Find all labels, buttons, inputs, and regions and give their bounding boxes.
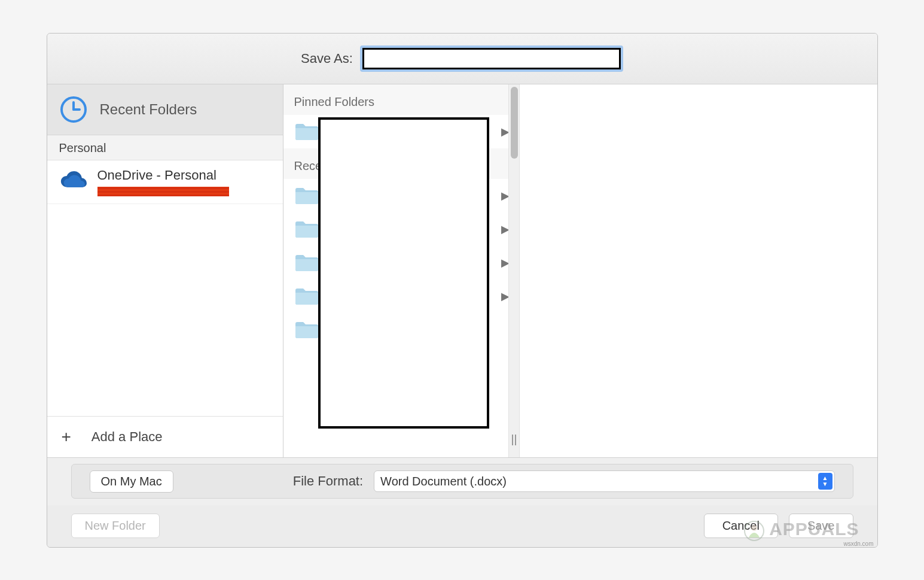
save-as-input[interactable] [362, 48, 621, 69]
footer-right: Cancel Save [704, 514, 853, 538]
save-as-input-wrap [360, 45, 623, 72]
save-button[interactable]: Save [789, 514, 853, 538]
add-place-label: Add a Place [92, 429, 163, 445]
onedrive-account-redacted [97, 187, 229, 196]
save-as-label: Save As: [301, 51, 353, 66]
folder-icon [294, 186, 319, 205]
preview-pane [520, 84, 877, 457]
format-row: On My Mac File Format: Word Document (.d… [47, 457, 877, 505]
file-format-select[interactable]: Word Document (.docx) ▲▼ [374, 470, 834, 492]
credit-text: wsxdn.com [843, 540, 873, 547]
save-as-row: Save As: [47, 34, 877, 84]
footer: New Folder Cancel Save APPUALS [47, 505, 877, 547]
sidebar-item-recent-folders[interactable]: Recent Folders [47, 84, 283, 135]
recent-folders-label: Recent Folders [100, 101, 197, 118]
new-folder-button[interactable]: New Folder [71, 514, 160, 538]
cancel-button[interactable]: Cancel [704, 514, 778, 538]
plus-icon: + [62, 427, 71, 447]
folder-icon [294, 122, 319, 141]
folder-icon [294, 253, 319, 272]
onedrive-text: OneDrive - Personal [97, 168, 229, 196]
file-format-label: File Format: [293, 473, 363, 489]
sidebar-section-personal: Personal [47, 135, 283, 160]
sidebar-item-onedrive[interactable]: OneDrive - Personal [47, 160, 283, 204]
select-stepper-icon: ▲▼ [818, 473, 832, 490]
sidebar-spacer [47, 204, 283, 416]
clock-icon [59, 95, 88, 124]
folder-icon [294, 287, 319, 306]
pinned-folders-header: Pinned Folders [283, 84, 519, 115]
folder-icon [294, 320, 319, 339]
onedrive-title: OneDrive - Personal [97, 168, 229, 183]
scrollbar-resize-handle[interactable] [510, 435, 519, 445]
file-format-value: Word Document (.docx) [380, 475, 507, 488]
sidebar: Recent Folders Personal OneDrive - Perso… [47, 84, 283, 457]
format-inner: On My Mac File Format: Word Document (.d… [71, 464, 853, 499]
redaction-overlay [318, 117, 489, 429]
folder-list-column: Pinned Folders ▶ Rece ▶ ▶ ▶ [283, 84, 520, 457]
main-area: Recent Folders Personal OneDrive - Perso… [47, 84, 877, 457]
folder-icon [294, 220, 319, 239]
scrollbar-thumb[interactable] [511, 87, 518, 159]
scrollbar[interactable] [508, 84, 519, 457]
save-dialog: Save As: Recent Folders Personal [47, 33, 878, 548]
on-my-mac-button[interactable]: On My Mac [90, 470, 173, 493]
onedrive-icon [58, 170, 89, 193]
sidebar-item-add-place[interactable]: + Add a Place [47, 416, 283, 457]
